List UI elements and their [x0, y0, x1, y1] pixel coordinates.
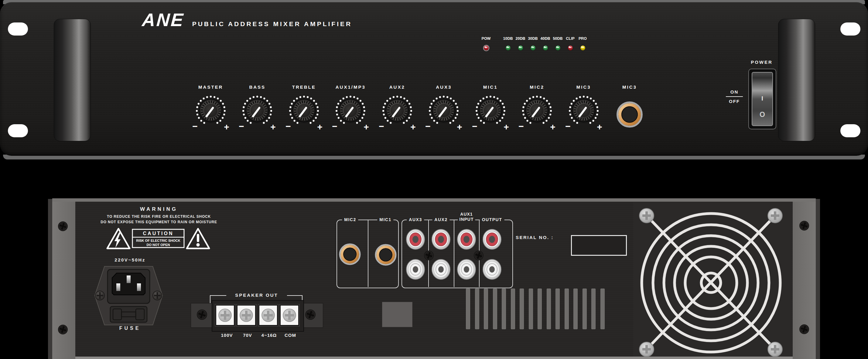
knob-unit-master: MASTER−+	[187, 83, 234, 131]
blank-plate	[382, 302, 412, 327]
warning-line2: DO NOT EXPOSE THIS EQUIPMENT TO RAIN OR …	[92, 220, 226, 224]
mic3-quarter-inch-jack	[613, 98, 646, 132]
svg-text:−: −	[472, 121, 477, 131]
vent-slot	[484, 289, 488, 329]
vent-slot	[466, 289, 470, 329]
led-unit-20db: 20DB	[514, 36, 527, 51]
svg-text:+: +	[364, 122, 369, 131]
rca-aux2-red-jack	[430, 228, 452, 252]
speaker-terminal-70v	[237, 305, 256, 326]
led-20db	[518, 46, 523, 51]
speaker-bracket-line	[287, 295, 303, 296]
vent-slot	[529, 289, 533, 329]
vent-slot	[537, 289, 542, 329]
vent-slot	[583, 289, 587, 329]
brand-logo: ANE	[142, 11, 185, 29]
rear-right-edge	[816, 199, 820, 359]
led-label-clip: CLIP	[566, 36, 574, 41]
mic-box-divider	[368, 220, 368, 287]
front-mic3-jack-label: MIC3	[622, 84, 637, 90]
iec-pin-earth	[127, 275, 131, 283]
svg-text:−: −	[519, 121, 524, 131]
svg-text:−: −	[379, 121, 384, 131]
svg-text:+: +	[270, 122, 276, 131]
svg-text:−: −	[332, 121, 337, 131]
rca-output-white-jack	[482, 258, 503, 282]
amplifier-product-view: ANE PUBLIC ADDRESS MIXER AMPLIFIER POW10…	[0, 0, 868, 359]
led-50db	[556, 46, 560, 51]
knob-unit-mic3: MIC3−+	[560, 83, 607, 131]
rca-aux3-white-jack	[405, 258, 426, 282]
vent-slot	[475, 289, 479, 329]
rack-handle-left	[54, 19, 91, 141]
power-rocker-switch[interactable]: I O	[752, 72, 773, 126]
svg-text:−: −	[425, 121, 431, 131]
knob-master[interactable]: −+	[192, 94, 229, 131]
knob-label-aux1-mp3: AUX1/MP3	[336, 84, 366, 90]
knob-aux1-mp3[interactable]: −+	[332, 94, 369, 131]
vent-slot	[565, 289, 569, 329]
rca-group-label-aux2: AUX2	[432, 217, 450, 222]
caution-title: CAUTION	[143, 231, 174, 236]
rca-panel-screw-right	[473, 250, 484, 262]
off-label: OFF	[725, 99, 743, 104]
knob-label-aux2: AUX2	[390, 84, 405, 90]
knob-label-mic2: MIC2	[530, 84, 544, 90]
led-unit-50db: 50DB	[552, 36, 564, 51]
rca-aux3-red-jack	[405, 228, 426, 252]
bracket-screw-bottom-right	[799, 324, 809, 336]
knob-aux3[interactable]: −+	[425, 94, 463, 131]
rack-hole-bottom-left	[8, 124, 28, 137]
rca-group-label-output: OUTPUT	[480, 217, 504, 222]
speaker-terminal-com	[280, 305, 299, 326]
led-unit-30db: 30DB	[527, 36, 539, 51]
bracket-screw-top-right	[799, 220, 809, 232]
rca-aux1-red-jack	[456, 228, 477, 252]
rca-group-label-line2: INPUT	[460, 217, 474, 222]
bracket-screw-bottom-left	[58, 324, 68, 336]
vent-slot	[600, 289, 605, 329]
led-clip	[568, 46, 573, 51]
front-faceplate	[0, 2, 868, 156]
knob-mic1[interactable]: −+	[472, 94, 509, 131]
vent-slot	[574, 289, 578, 329]
led-label-50db: 50DB	[553, 36, 563, 41]
front-panel: ANE PUBLIC ADDRESS MIXER AMPLIFIER POW10…	[0, 0, 868, 159]
vent-slot	[520, 289, 524, 329]
knob-mic3[interactable]: −+	[565, 94, 602, 131]
knob-unit-aux2: AUX2−+	[374, 83, 421, 131]
led-pro	[580, 46, 585, 51]
rear-mic2-label: MIC2	[342, 217, 358, 222]
knob-mic2[interactable]: −+	[518, 94, 556, 131]
speaker-terminal-100v	[215, 305, 235, 326]
svg-text:−: −	[565, 121, 571, 131]
terminal-tab-screw-right	[305, 309, 316, 321]
bracket-screw-top-left	[58, 221, 68, 233]
inlet-screw-left	[95, 291, 104, 300]
knob-unit-mic1: MIC1−+	[467, 83, 514, 131]
knob-label-treble: TREBLE	[292, 84, 316, 90]
caution-line1: RISK OF ELECTRIC SHOCK	[136, 239, 180, 242]
front-mic3-jack-unit: MIC3	[608, 84, 651, 132]
speaker-terminal-label-com: COM	[277, 333, 304, 338]
product-title: PUBLIC ADDRESS MIXER AMPLIFIER	[192, 20, 352, 28]
knob-aux2[interactable]: −+	[378, 94, 416, 131]
speaker-terminal-4-16	[258, 305, 278, 326]
on-off-divider	[726, 96, 743, 97]
led-label-30db: 30DB	[528, 36, 538, 41]
speaker-out-title: SPEAKER OUT	[226, 293, 287, 298]
warning-line1: TO REDUCE THE RISK FIRE OR ELECTRICAL SH…	[92, 214, 226, 219]
knob-unit-treble: TREBLE−+	[281, 83, 328, 131]
knob-label-bass: BASS	[249, 84, 266, 90]
led-label-10db: 10DB	[503, 36, 513, 41]
rear-mic2-jack	[338, 242, 362, 267]
power-label: POWER	[745, 60, 779, 65]
knob-unit-aux1-mp3: AUX1/MP3−+	[328, 83, 374, 131]
knob-bass[interactable]: −+	[239, 94, 276, 131]
ac-power-inlet	[93, 265, 164, 327]
svg-text:−: −	[192, 121, 198, 131]
iec-pin-live	[116, 283, 120, 291]
vent-slot	[511, 289, 515, 329]
rear-left-edge	[48, 199, 52, 359]
knob-treble[interactable]: −+	[285, 94, 323, 131]
